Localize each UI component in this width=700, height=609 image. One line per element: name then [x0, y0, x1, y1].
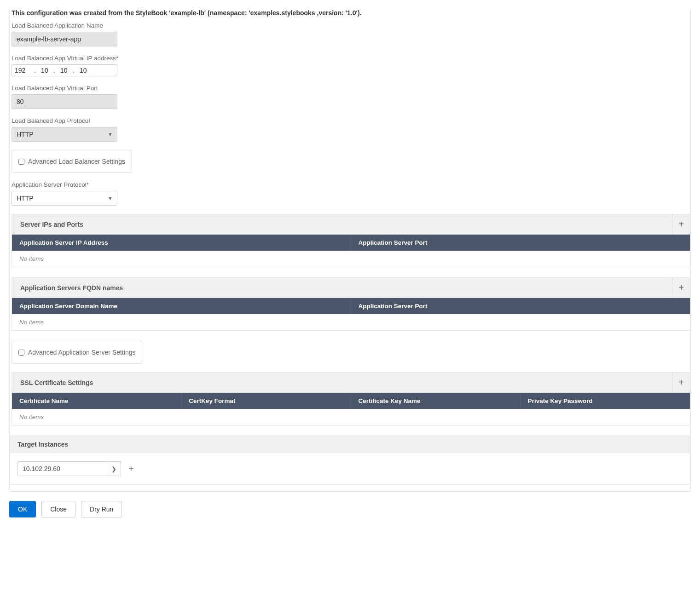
protocol-label: Load Balanced App Protocol — [12, 117, 690, 124]
col-cert-key-name: Certificate Key Name — [351, 393, 521, 409]
vport-label: Load Balanced App Virtual Port — [12, 85, 690, 92]
vip-label: Load Balanced App Virtual IP address* — [12, 55, 690, 62]
vip-octet-2[interactable] — [37, 67, 52, 74]
col-app-server-ip: Application Server IP Address — [12, 235, 351, 251]
config-header: This configuration was created from the … — [12, 9, 690, 17]
target-instance-input[interactable] — [17, 461, 107, 476]
advanced-lb-checkbox[interactable] — [18, 159, 24, 165]
ip-dot: . — [52, 67, 56, 74]
col-privkey-pass: Private Key Password — [521, 393, 690, 409]
col-app-server-port: Application Server Port — [351, 235, 690, 251]
app-name-input[interactable] — [12, 32, 117, 46]
fqdn-add-button[interactable]: + — [672, 278, 690, 298]
add-target-instance-button[interactable]: + — [128, 464, 134, 474]
fqdn-section: Application Servers FQDN names + Applica… — [12, 277, 690, 331]
app-name-label: Load Balanced Application Name — [12, 22, 690, 29]
ssl-empty: No items — [12, 409, 690, 425]
server-ips-add-button[interactable]: + — [672, 214, 690, 234]
fqdn-title: Application Servers FQDN names — [12, 279, 131, 297]
chevron-right-icon: ❯ — [111, 465, 116, 472]
plus-icon: + — [679, 377, 684, 388]
target-instances-title: Target Instances — [10, 436, 690, 453]
close-button[interactable]: Close — [41, 501, 75, 517]
ip-dot: . — [72, 67, 75, 74]
ssl-title: SSL Certificate Settings — [12, 373, 101, 392]
plus-icon: + — [679, 219, 684, 230]
dry-run-button[interactable]: Dry Run — [81, 501, 122, 517]
vip-input-group[interactable]: . . . — [12, 64, 117, 76]
server-ips-section: Server IPs and Ports + Application Serve… — [12, 214, 690, 267]
fqdn-empty: No items — [12, 314, 690, 330]
ssl-section: SSL Certificate Settings + Certificate N… — [12, 372, 690, 425]
vip-octet-1[interactable] — [15, 67, 33, 74]
ip-dot: . — [33, 67, 37, 74]
vip-octet-3[interactable] — [56, 67, 72, 74]
app-server-protocol-label: Application Server Protocol* — [12, 181, 690, 188]
ok-button[interactable]: OK — [9, 501, 36, 517]
advanced-app-server-checkbox[interactable] — [18, 350, 24, 356]
vip-octet-4[interactable] — [75, 67, 91, 74]
vport-input[interactable] — [12, 94, 117, 109]
ssl-add-button[interactable]: + — [672, 373, 690, 392]
server-ips-empty: No items — [12, 251, 690, 267]
col-cert-name: Certificate Name — [12, 393, 181, 409]
advanced-app-server-label[interactable]: Advanced Application Server Settings — [18, 349, 135, 356]
col-fqdn-port: Application Server Port — [351, 298, 690, 314]
advanced-lb-label[interactable]: Advanced Load Balancer Settings — [18, 158, 125, 165]
plus-icon: + — [679, 282, 684, 293]
protocol-select[interactable]: HTTP — [12, 127, 117, 142]
server-ips-title: Server IPs and Ports — [12, 215, 92, 234]
col-certkey-format: CertKey Format — [181, 393, 351, 409]
col-domain-name: Application Server Domain Name — [12, 298, 351, 314]
app-server-protocol-select[interactable]: HTTP — [12, 191, 117, 206]
target-expand-button[interactable]: ❯ — [107, 461, 121, 476]
